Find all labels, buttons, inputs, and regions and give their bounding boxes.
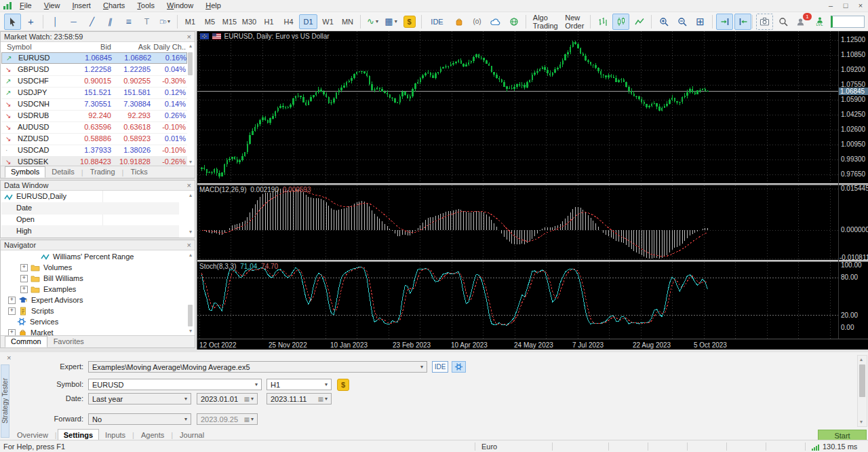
navigator-item-services[interactable]: Services [1, 316, 203, 327]
signals-broadcast-button[interactable]: (o) [469, 14, 486, 30]
equidistant-channel-button[interactable]: ≡ [120, 14, 137, 30]
menu-file[interactable]: File [14, 0, 38, 12]
market-watch-row[interactable]: ↘ USDCNH 7.30551 7.30884 0.14% [1, 98, 187, 111]
timeframe-w1[interactable]: W1 [319, 14, 337, 29]
timeframe-h1[interactable]: H1 [260, 14, 278, 29]
menu-tools[interactable]: Tools [131, 0, 161, 12]
market-watch-row[interactable]: ↗ USDJPY 151.521 151.581 0.12% [1, 87, 187, 99]
market-watch-row[interactable]: ↘ USDRUB 92.240 92.293 0.26% [1, 110, 187, 122]
cloud-button[interactable] [487, 14, 504, 30]
market-watch-row[interactable]: ↘ NZDUSD 0.58886 0.58923 0.01% [1, 133, 187, 145]
expand-icon[interactable]: + [20, 264, 28, 271]
expand-icon[interactable]: + [8, 297, 16, 304]
symbol-select[interactable]: EURUSD▾ [88, 379, 262, 390]
scroll-up-icon[interactable]: ▴ [189, 43, 192, 49]
cursor-button[interactable] [4, 14, 21, 30]
algo-trading-button[interactable]: Algo Trading [530, 14, 558, 30]
auto-scroll-button[interactable] [734, 14, 751, 30]
new-order-button[interactable]: New Order [559, 14, 587, 30]
expand-icon[interactable]: + [20, 275, 28, 282]
candlestick-chart-button[interactable] [612, 14, 629, 30]
scrollbar-thumb[interactable] [859, 364, 865, 397]
ide-button[interactable]: IDE [425, 14, 449, 30]
column-symbol[interactable]: Symbol [7, 42, 32, 52]
menu-insert[interactable]: Insert [66, 0, 97, 12]
timeframe-h4[interactable]: H4 [279, 14, 298, 29]
tab-symbols[interactable]: Symbols [5, 166, 45, 178]
navigator-item-scripts[interactable]: + Scripts [1, 305, 194, 316]
scroll-down-icon[interactable]: ▾ [189, 229, 192, 235]
data-window-row[interactable]: Date [1, 202, 179, 214]
close-icon[interactable]: × [187, 181, 191, 189]
deposit-button[interactable]: $ [401, 14, 418, 30]
expand-icon[interactable]: + [20, 286, 28, 293]
menu-charts[interactable]: Charts [97, 0, 131, 12]
close-icon[interactable]: × [187, 33, 191, 41]
market-watch-row[interactable]: ↘ AUDUSD 0.63596 0.63618 -0.10% [1, 121, 187, 134]
vertical-line-button[interactable]: │ [47, 14, 64, 30]
restore-button[interactable]: □ [838, 0, 853, 12]
market-watch-row[interactable]: ↗ EURUSD 1.06845 1.06862 0.16% [1, 52, 187, 64]
scroll-down-icon[interactable]: ▾ [860, 419, 863, 425]
navigator-item-bill-williams[interactable]: + Bill Williams [1, 273, 206, 284]
status-account-cell[interactable]: Euro [481, 442, 497, 451]
timeframe-m1[interactable]: M1 [181, 14, 199, 29]
text-tool-button[interactable]: T [138, 14, 155, 30]
price-chart-pane[interactable] [197, 31, 838, 183]
chart-window[interactable]: EURUSD, Daily: Euro vs US Dollar MACD(12… [197, 31, 868, 350]
account-level-button[interactable]: LVL [811, 14, 828, 30]
trendline-button[interactable]: ╱ [83, 14, 100, 30]
search-icon[interactable] [774, 14, 791, 30]
connection-signal-icon[interactable] [812, 445, 820, 451]
timeframe-mn[interactable]: MN [338, 14, 357, 29]
menu-view[interactable]: View [38, 0, 66, 12]
tab-trading[interactable]: Trading [84, 166, 121, 178]
scroll-down-icon[interactable]: ▾ [189, 159, 192, 165]
tab-common[interactable]: Common [5, 336, 47, 347]
expand-icon[interactable]: + [8, 307, 16, 315]
tile-windows-button[interactable]: ⊞ [692, 14, 709, 30]
community-globe-button[interactable] [505, 14, 522, 30]
search-input[interactable] [831, 16, 865, 28]
forward-mode-select[interactable]: No▾ [88, 413, 191, 425]
close-icon[interactable]: × [187, 241, 191, 249]
market-bag-button[interactable] [450, 14, 467, 30]
navigator-item-examples[interactable]: + Examples [1, 284, 206, 295]
objects-template-button[interactable]: ▦▾ [382, 14, 399, 30]
time-axis[interactable]: 12 Oct 2022 25 Nov 2022 10 Jan 2023 23 F… [197, 339, 868, 350]
scrollbar-thumb[interactable] [188, 52, 193, 75]
date-mode-select[interactable]: Last year▾ [88, 393, 191, 404]
notifications-button[interactable]: 1 [793, 14, 810, 30]
shapes-button[interactable]: □○▾ [157, 14, 174, 30]
menu-window[interactable]: Window [161, 0, 199, 12]
period-select[interactable]: H1▾ [267, 379, 332, 390]
data-window-symbol-row[interactable]: EURUSD,Daily [1, 191, 179, 203]
market-watch-row[interactable]: ↗ USDCHF 0.90015 0.90255 -0.30% [1, 75, 187, 88]
menu-help[interactable]: Help [199, 0, 227, 12]
strategy-tester-side-tab[interactable]: Strategy Tester [1, 364, 9, 438]
zoom-out-button[interactable] [673, 14, 690, 30]
column-daily-change[interactable]: Daily Ch.. [152, 42, 186, 52]
timeframe-d1[interactable]: D1 [299, 14, 317, 29]
scroll-up-icon[interactable]: ▴ [189, 193, 192, 198]
minimize-button[interactable]: – [823, 0, 838, 12]
status-latency[interactable]: 130.15 ms [823, 442, 857, 451]
timeframe-m15[interactable]: M15 [220, 14, 239, 29]
forward-date-field[interactable]: 2023.09.25▦▾ [197, 413, 258, 425]
bar-chart-button[interactable] [594, 14, 611, 30]
zoom-in-button[interactable] [655, 14, 672, 30]
crosshair-button[interactable]: + [22, 14, 39, 30]
screenshot-button[interactable] [756, 14, 773, 30]
column-ask[interactable]: Ask [113, 42, 151, 52]
navigator-item-volumes[interactable]: + Volumes [1, 262, 206, 273]
tab-ticks[interactable]: Ticks [124, 166, 153, 178]
date-from-field[interactable]: 2023.01.01▦▾ [197, 393, 258, 404]
tab-favorites[interactable]: Favorites [47, 336, 90, 347]
data-window-row[interactable]: Open [1, 214, 179, 226]
horizontal-line-button[interactable]: ─ [65, 14, 82, 30]
expert-select[interactable]: Examples\Moving Average\Moving Average.e… [88, 361, 427, 373]
timeframe-m5[interactable]: M5 [201, 14, 219, 29]
tab-details[interactable]: Details [45, 166, 81, 178]
timeframe-m30[interactable]: M30 [240, 14, 258, 29]
expert-settings-button[interactable] [452, 361, 466, 373]
